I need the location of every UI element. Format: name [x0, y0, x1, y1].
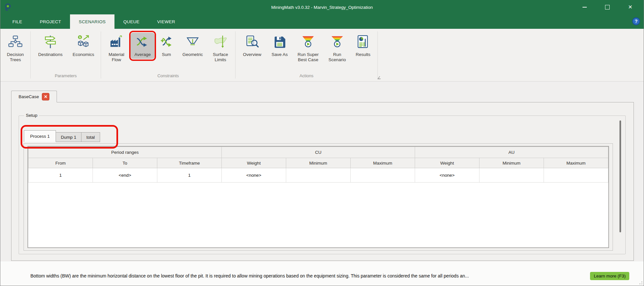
ribbon-button-label: Surface Limits [210, 52, 231, 62]
save-as-button[interactable]: Save As [268, 33, 292, 59]
save-as-icon [272, 34, 287, 49]
column-header-timeframe: Timeframe [157, 158, 222, 168]
material-flow-icon [109, 34, 124, 49]
close-icon: ✕ [628, 5, 632, 10]
ribbon-button-label: Decision Trees [4, 52, 26, 62]
menu-item-project[interactable]: PROJECT [31, 14, 70, 29]
window-title: MiningMath v3.0.32 - Marvin_Strategy_Opt… [0, 0, 644, 14]
tab-dump-1[interactable]: Dump 1 [56, 132, 81, 142]
ribbon-button-label: Geometric [183, 52, 203, 57]
ribbon-group-label: Actions [237, 73, 376, 81]
learn-more-button[interactable]: Learn more (F3) [590, 272, 629, 280]
column-header-cu-weight: Weight [222, 158, 286, 168]
geometric-button[interactable]: Geometric [178, 33, 207, 59]
minimize-icon [583, 7, 587, 8]
dialog-launcher-icon[interactable] [377, 76, 382, 79]
ribbon-button-label: Results [356, 52, 370, 57]
ribbon-button-label: Material Flow [105, 52, 128, 62]
overview-button[interactable]: Overview [238, 33, 266, 59]
column-group-period-ranges: Period ranges [28, 147, 222, 158]
column-header-to: To [93, 158, 157, 168]
close-button[interactable]: ✕ [619, 0, 642, 14]
cell-au-minimum[interactable] [479, 168, 544, 183]
average-button[interactable]: Average [131, 33, 155, 59]
menu-item-queue[interactable]: QUEUE [114, 14, 148, 29]
help-button[interactable]: ? [632, 17, 640, 26]
ribbon-separator [377, 31, 378, 79]
decision-trees-button[interactable]: Decision Trees [3, 33, 28, 64]
cell-from[interactable]: 1 [28, 168, 93, 183]
ribbon-group-label [2, 73, 29, 81]
tab-basecase[interactable]: BaseCase ✕ [11, 91, 57, 102]
column-header-from: From [28, 158, 93, 168]
ribbon-button-label: Economics [73, 52, 94, 57]
column-header-au-minimum: Minimum [479, 158, 544, 168]
tab-process-1[interactable]: Process 1 [24, 130, 56, 142]
menu-item-scenarios[interactable]: SCENARIOS [70, 14, 114, 29]
cell-cu-maximum[interactable] [351, 168, 415, 183]
economics-button[interactable]: $ Economics [69, 33, 98, 59]
economics-icon: $ [76, 34, 91, 49]
cell-au-weight[interactable]: <none> [415, 168, 479, 183]
tab-close-button[interactable]: ✕ [42, 93, 49, 100]
sum-button[interactable]: Sum [156, 33, 177, 59]
cell-timeframe[interactable]: 1 [157, 168, 222, 183]
setup-tab-pane: Period ranges CU AU From To Timeframe We… [24, 143, 613, 251]
ribbon-button-label: Destinations [38, 52, 62, 57]
cell-cu-weight[interactable]: <none> [222, 168, 286, 183]
surface-limits-button[interactable]: Surface Limits [208, 33, 233, 64]
help-icon: ? [632, 17, 640, 26]
menu-bar: FILE PROJECT SCENARIOS QUEUE VIEWER ? [0, 14, 644, 29]
minimize-button[interactable] [573, 0, 596, 14]
maximize-icon [605, 5, 610, 9]
status-footer: Bottom widths (BW) are the minimum horiz… [0, 261, 644, 286]
cell-to[interactable]: <end> [93, 168, 157, 183]
footer-help-text: Bottom widths (BW) are the minimum horiz… [30, 273, 469, 278]
decision-trees-icon [8, 34, 23, 49]
average-icon [135, 34, 150, 49]
setup-tabs: Process 1 Dump 1 total [24, 130, 100, 142]
cell-au-maximum[interactable] [544, 168, 608, 183]
column-group-cu: CU [222, 147, 415, 158]
ribbon-button-label: Average [134, 52, 151, 57]
column-header-au-maximum: Maximum [544, 158, 608, 168]
maximize-button[interactable] [596, 0, 619, 14]
run-scenario-button[interactable]: Run Scenario [324, 33, 350, 64]
run-super-best-case-button[interactable]: Run Super Best Case [293, 33, 323, 64]
grid-group-header-row: Period ranges CU AU [28, 147, 608, 158]
material-flow-button[interactable]: Material Flow [104, 33, 129, 64]
surface-limits-icon [213, 34, 228, 49]
results-button[interactable]: Results [351, 33, 375, 59]
resize-grip[interactable] [637, 279, 643, 285]
overview-icon [245, 34, 260, 49]
ribbon-group-label: Parameters [32, 73, 99, 81]
basecase-panel: Setup Process 1 Dump 1 total Period rang… [11, 102, 634, 261]
tab-close-icon: ✕ [44, 94, 47, 99]
column-header-cu-maximum: Maximum [351, 158, 415, 168]
svg-text:$: $ [79, 35, 81, 39]
column-header-cu-minimum: Minimum [286, 158, 351, 168]
ribbon-button-label: Overview [243, 52, 261, 57]
menu-item-file[interactable]: FILE [4, 14, 31, 29]
ribbon-button-label: Run Super Best Case [294, 52, 322, 62]
tab-total[interactable]: total [81, 132, 100, 142]
setup-groupbox-label: Setup [24, 113, 39, 118]
ribbon-group-decision: Decision Trees [0, 29, 30, 81]
ribbon-group-label: Constraints [102, 73, 234, 81]
ribbon-group-constraints: Material Flow Average [101, 29, 235, 81]
cell-cu-minimum[interactable] [286, 168, 351, 183]
title-bar: MiningMath v3.0.32 - Marvin_Strategy_Opt… [0, 0, 644, 14]
constraints-grid: Period ranges CU AU From To Timeframe We… [27, 146, 609, 248]
geometric-icon [185, 34, 200, 49]
destinations-button[interactable]: Destinations [33, 33, 67, 59]
svg-text:?: ? [635, 19, 638, 24]
ribbon-toolbar: Decision Trees Destinations [0, 29, 644, 81]
window-controls: ✕ [573, 0, 642, 14]
vertical-scrollbar[interactable] [619, 120, 621, 232]
application-window: MiningMath v3.0.32 - Marvin_Strategy_Opt… [0, 0, 644, 286]
column-group-au: AU [415, 147, 608, 158]
results-icon [356, 34, 371, 49]
grid-data-row: 1 <end> 1 <none> <none> [28, 168, 608, 183]
menu-item-viewer[interactable]: VIEWER [148, 14, 184, 29]
tab-basecase-label: BaseCase [19, 94, 39, 99]
